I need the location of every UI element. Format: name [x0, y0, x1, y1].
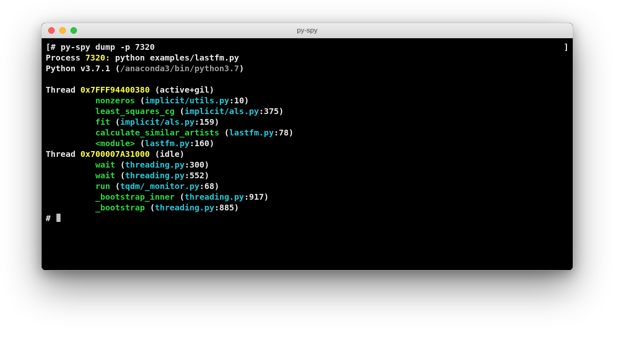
prompt-char: # [51, 42, 56, 52]
terminal-body[interactable]: [# py-spy dump -p 7320]Process 7320: pyt… [42, 38, 573, 270]
stack-frame: _bootstrap (threading.py:885) [46, 202, 569, 213]
frame-paren-close: ) [264, 192, 269, 202]
titlebar[interactable]: py-spy [42, 23, 573, 38]
stack-frame: nonzeros (implicit/utils.py:10) [46, 95, 569, 106]
stack-frame: run (tqdm/_monitor.py:68) [46, 181, 569, 191]
process-line: Process 7320: python examples/lastfm.py [46, 52, 569, 63]
frame-paren-open: ( [110, 181, 120, 191]
frame-func: fit [95, 117, 110, 127]
frame-file: threading.py [125, 170, 185, 180]
frame-paren-open: ( [145, 203, 155, 212]
frame-line: 159 [199, 117, 214, 127]
frame-line: 68 [204, 181, 214, 191]
traffic-lights [42, 27, 77, 34]
frame-line: 917 [249, 192, 264, 202]
frame-file: lastfm.py [145, 138, 189, 148]
frame-file: lastfm.py [229, 128, 274, 138]
python-line: Python v3.7.1 (/anaconda3/bin/python3.7) [46, 63, 569, 74]
process-colon: : [105, 53, 110, 63]
frame-func: _bootstrap_inner [95, 192, 175, 202]
frame-paren-open: ( [135, 96, 145, 105]
frame-func: calculate_similar_artists [95, 128, 219, 138]
thread-id: 0x700007A31000 [80, 149, 150, 159]
frame-paren-open: ( [115, 170, 125, 180]
frame-line: 78 [279, 128, 289, 138]
frame-file: implicit/als.py [120, 117, 195, 127]
frame-colon: : [184, 160, 189, 170]
frame-line: 885 [219, 203, 234, 212]
frame-file: threading.py [155, 203, 215, 212]
frame-line: 160 [194, 138, 209, 148]
frame-paren-close: ) [204, 160, 209, 170]
thread-state: (idle) [150, 149, 184, 159]
frame-func: least_squares_cg [95, 106, 175, 116]
frame-file: threading.py [125, 160, 185, 170]
terminal-window: py-spy [# py-spy dump -p 7320]Process 73… [41, 23, 573, 270]
blank-line [46, 74, 569, 84]
python-paren-open: ( [110, 63, 120, 73]
frame-colon: : [199, 181, 204, 191]
bracket-open: [ [46, 42, 51, 52]
cursor-icon [56, 214, 61, 222]
frame-paren-open: ( [219, 128, 229, 138]
frame-colon: : [189, 138, 194, 148]
process-pid: 7320 [85, 53, 105, 63]
stack-frame: <module> (lastfm.py:160) [46, 138, 569, 149]
minimize-icon[interactable] [59, 27, 66, 34]
frame-paren-close: ) [289, 128, 294, 138]
python-path: /anaconda3/bin/python3.7 [120, 63, 239, 73]
frame-line: 300 [189, 160, 204, 170]
frame-func: nonzeros [95, 96, 135, 105]
frame-func: run [95, 181, 110, 191]
final-prompt-line: # [46, 213, 569, 224]
frame-colon: : [194, 117, 199, 127]
frame-colon: : [259, 106, 264, 116]
frame-file: tqdm/_monitor.py [120, 181, 200, 191]
stack-frame: _bootstrap_inner (threading.py:917) [46, 191, 569, 202]
frame-paren-close: ) [209, 138, 214, 148]
frame-file: implicit/als.py [184, 106, 259, 116]
stack-frame: least_squares_cg (implicit/als.py:375) [46, 106, 569, 117]
thread-label: Thread [46, 85, 80, 95]
stack-frame: fit (implicit/als.py:159) [46, 117, 569, 127]
python-prefix: Python [46, 63, 80, 73]
frame-colon: : [244, 192, 249, 202]
process-label: Process [46, 53, 85, 63]
final-prompt: # [46, 213, 51, 223]
frame-line: 10 [234, 96, 244, 105]
zoom-icon[interactable] [70, 27, 77, 34]
bracket-close: ] [564, 42, 569, 52]
frame-func: _bootstrap [95, 203, 145, 212]
frame-file: threading.py [184, 192, 244, 202]
frame-paren-close: ) [244, 96, 249, 105]
thread-header: Thread 0x700007A31000 (idle) [46, 149, 569, 159]
stack-frame: wait (threading.py:300) [46, 159, 569, 170]
close-icon[interactable] [48, 27, 55, 34]
frame-colon: : [229, 96, 234, 105]
frame-colon: : [184, 170, 189, 180]
frame-paren-close: ) [279, 106, 284, 116]
process-rest: python examples/lastfm.py [110, 53, 239, 63]
frame-paren-close: ) [214, 117, 219, 127]
frame-line: 552 [189, 170, 204, 180]
frame-paren-open: ( [135, 138, 145, 148]
thread-header: Thread 0x7FFF94400380 (active+gil) [46, 84, 569, 95]
frame-paren-open: ( [110, 117, 120, 127]
thread-state: (active+gil) [150, 85, 215, 95]
frame-paren-close: ) [214, 181, 219, 191]
frame-func: wait [95, 160, 115, 170]
frame-line: 375 [264, 106, 279, 116]
window-title: py-spy [42, 26, 573, 35]
python-version: v3.7.1 [80, 63, 110, 73]
frame-paren-close: ) [234, 203, 239, 212]
thread-id: 0x7FFF94400380 [80, 85, 150, 95]
frame-func: wait [95, 170, 115, 180]
command-text: py-spy dump -p 7320 [56, 42, 155, 52]
frame-paren-open: ( [175, 192, 184, 202]
thread-label: Thread [46, 149, 80, 159]
frame-paren-open: ( [175, 106, 184, 116]
frame-func: <module> [95, 138, 135, 148]
python-paren-close: ) [239, 63, 244, 73]
frame-paren-close: ) [204, 170, 209, 180]
stack-frame: calculate_similar_artists (lastfm.py:78) [46, 127, 569, 138]
